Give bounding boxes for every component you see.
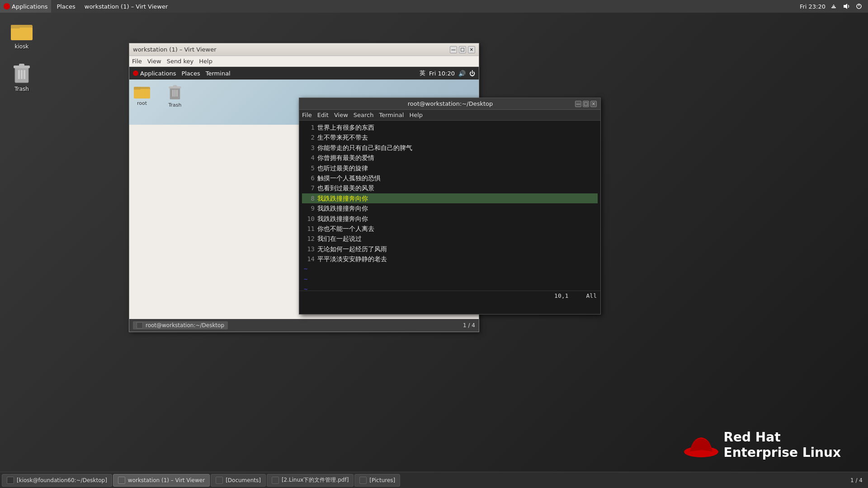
svg-rect-21: [172, 90, 174, 97]
inner-taskbar-item[interactable]: root@workstation:~/Desktop: [133, 321, 228, 329]
virt-viewer-icon: [118, 477, 125, 484]
line-number: 4: [302, 153, 315, 163]
inner-applications[interactable]: Applications: [140, 70, 176, 77]
line-text: 我跌跌撞撞奔向你: [317, 203, 368, 213]
redhat-name: Red Hat: [724, 430, 841, 445]
terminal-line: 3你能带走的只有自己和自己的脾气: [302, 143, 598, 153]
redhat-dot-icon: [4, 3, 10, 9]
taskbar-item-pictures[interactable]: [Pictures]: [354, 474, 400, 487]
inner-gnome-left: Applications Places Terminal: [133, 70, 231, 77]
trash-folder-icon: [11, 62, 33, 84]
places-menu[interactable]: Places: [53, 0, 79, 13]
taskbar-virt-label: workstation (1) – Virt Viewer: [128, 477, 205, 483]
applications-menu[interactable]: Applications: [0, 0, 51, 13]
svg-rect-19: [134, 87, 141, 89]
inner-desktop-icon-trash[interactable]: Trash: [168, 84, 182, 108]
line-number: 14: [302, 254, 315, 264]
vv-menu-sendkey[interactable]: Send key: [167, 58, 194, 65]
svg-rect-23: [176, 90, 178, 97]
term-menu-view[interactable]: View: [334, 112, 348, 118]
taskbar-pics-label: [Pictures]: [369, 477, 395, 483]
network-icon[interactable]: [829, 2, 838, 11]
terminal-status-bar: 10,1 All: [299, 291, 600, 300]
inner-volume-icon[interactable]: 🔊: [458, 70, 466, 77]
desktop-icon-trash[interactable]: Trash: [9, 61, 34, 94]
terminal-line: 10我跌跌撞撞奔向你: [302, 214, 598, 224]
line-text: 也听过最美的旋律: [317, 163, 368, 173]
svg-rect-22: [175, 90, 176, 97]
taskbar-item-pdf[interactable]: [2.Linux下的文件管理.pdf]: [267, 474, 354, 487]
line-number: 11: [302, 224, 315, 234]
terminal-line: 7也看到过最美的风景: [302, 183, 598, 193]
terminal-controls: — □ ×: [575, 101, 597, 107]
top-panel-left: Applications Places workstation (1) – Vi…: [0, 0, 171, 13]
inner-terminal[interactable]: Terminal: [206, 70, 231, 77]
terminal-line: 1世界上有很多的东西: [302, 122, 598, 132]
terminal-line: 8我跌跌撞撞奔向你: [302, 193, 598, 203]
line-text: 你曾拥有最美的爱情: [317, 153, 374, 163]
svg-rect-18: [134, 89, 150, 99]
term-menu-terminal[interactable]: Terminal: [379, 112, 404, 118]
terminal-icon: [7, 477, 14, 484]
power-icon[interactable]: [854, 2, 863, 11]
maximize-button[interactable]: □: [459, 46, 466, 53]
vv-menu-view[interactable]: View: [147, 58, 161, 65]
redhat-subtitle: Enterprise Linux: [724, 445, 841, 460]
tilde-line: ~: [302, 274, 598, 284]
inner-places[interactable]: Places: [181, 70, 200, 77]
window-title-text: workstation (1) – Virt Viewer: [85, 3, 168, 10]
status-position: 10,1 All: [554, 292, 597, 299]
applications-label: Applications: [12, 3, 47, 10]
terminal-window: root@workstation:~/Desktop — □ × File Ed…: [299, 98, 601, 314]
documents-icon: [216, 477, 223, 484]
term-menu-search[interactable]: Search: [354, 112, 374, 118]
line-text: 也看到过最美的风景: [317, 183, 374, 193]
line-text: 世界上有很多的东西: [317, 122, 374, 132]
taskbar-item-virt-viewer[interactable]: workstation (1) – Virt Viewer: [113, 474, 210, 487]
virt-viewer-taskbar: root@workstation:~/Desktop 1 / 4: [129, 319, 479, 332]
top-panel-right: Fri 23:20: [800, 2, 868, 11]
line-number: 13: [302, 244, 315, 254]
places-label: Places: [57, 3, 75, 10]
terminal-line: 14平平淡淡安安静静的老去: [302, 254, 598, 264]
term-menu-edit[interactable]: Edit: [317, 112, 329, 118]
terminal-line: 5也听过最美的旋律: [302, 163, 598, 173]
svg-rect-8: [11, 25, 20, 28]
desktop-icon-kiosk[interactable]: kiosk: [9, 18, 34, 52]
terminal-minimize[interactable]: —: [575, 101, 581, 107]
line-text: 你能带走的只有自己和自己的脾气: [317, 143, 412, 153]
terminal-maximize[interactable]: □: [583, 101, 589, 107]
taskbar-terminal-label: [kiosk@foundation60:~/Desktop]: [17, 477, 107, 483]
volume-icon[interactable]: [842, 2, 851, 11]
pdf-icon: [272, 477, 279, 484]
inner-desktop-icon-root[interactable]: root: [134, 84, 150, 106]
taskbar-item-terminal[interactable]: [kiosk@foundation60:~/Desktop]: [2, 474, 112, 487]
pictures-icon: [359, 477, 367, 484]
taskbar-item-documents[interactable]: [Documents]: [211, 474, 266, 487]
virt-viewer-controls: — □ ×: [450, 46, 475, 53]
terminal-close[interactable]: ×: [590, 101, 597, 107]
svg-rect-11: [18, 70, 20, 79]
line-number: 2: [302, 132, 315, 142]
line-text: 我跌跌撞撞奔向你: [317, 193, 368, 203]
line-number: 3: [302, 143, 315, 153]
term-menu-file[interactable]: File: [302, 112, 312, 118]
virt-viewer-window: workstation (1) – Virt Viewer — □ × File…: [129, 43, 479, 332]
svg-rect-0: [831, 7, 836, 8]
vv-menu-file[interactable]: File: [132, 58, 142, 65]
inner-power-icon[interactable]: ⏻: [469, 70, 475, 77]
vv-menu-help[interactable]: Help: [199, 58, 212, 65]
minimize-button[interactable]: —: [450, 46, 457, 53]
close-button[interactable]: ×: [468, 46, 475, 53]
terminal-line: 2生不带来死不带去: [302, 132, 598, 142]
svg-rect-2: [833, 5, 834, 5]
line-number: 9: [302, 203, 315, 213]
inner-trash-label: Trash: [168, 102, 181, 108]
line-number: 1: [302, 122, 315, 132]
inner-clock: Fri 10:20: [429, 70, 455, 77]
redhat-text: Red Hat Enterprise Linux: [724, 430, 841, 460]
kiosk-icon-label: kiosk: [15, 43, 29, 50]
line-text: 触摸一个人孤独的恐惧: [317, 173, 381, 183]
terminal-line: 12我们在一起说过: [302, 234, 598, 244]
term-menu-help[interactable]: Help: [409, 112, 423, 118]
